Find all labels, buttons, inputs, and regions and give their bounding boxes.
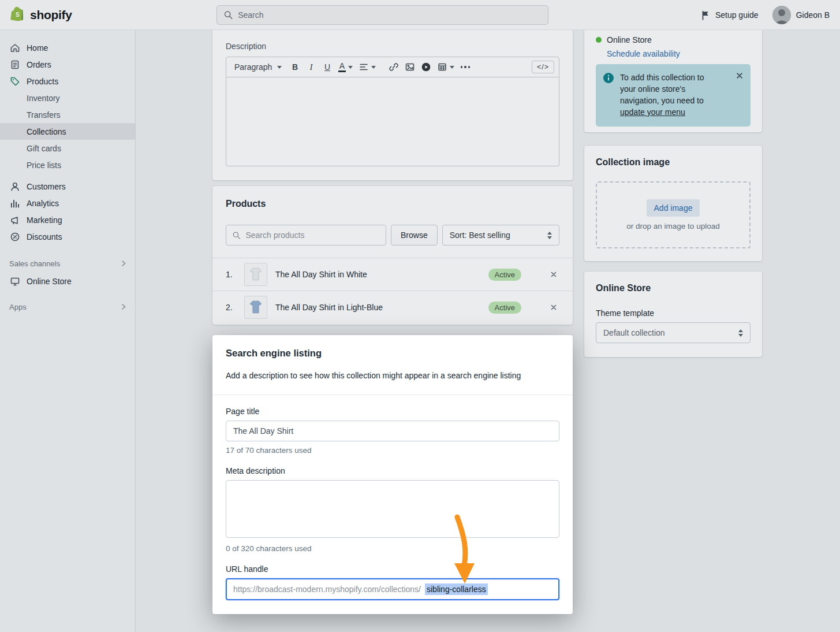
url-handle-input[interactable]: https://broadcast-modern.myshopify.com/c… [226, 578, 559, 600]
more-options-button[interactable] [458, 59, 473, 75]
shopify-wordmark: shopify [30, 8, 72, 22]
sidebar-item-transfers[interactable]: Transfers [0, 106, 135, 123]
sidebar-item-discounts[interactable]: Discounts [0, 228, 135, 245]
insert-video-button[interactable] [419, 59, 434, 75]
product-thumbnail [244, 263, 267, 286]
remove-product-button[interactable] [548, 269, 559, 280]
sidebar-item-customers[interactable]: Customers [0, 178, 135, 195]
status-badge: Active [488, 269, 521, 281]
product-title: The All Day Shirt in Light-Blue [275, 303, 383, 312]
sidebar-label: Products [27, 77, 58, 86]
table-icon [437, 62, 447, 72]
global-search-input[interactable] [238, 10, 542, 20]
text-color-icon: A [338, 62, 346, 72]
chevron-right-icon [120, 260, 127, 267]
shopify-admin-page: S shopify Setup guide [0, 0, 840, 632]
url-selected-text: sibling-collarless [425, 583, 488, 595]
info-icon [603, 72, 614, 84]
page-title-input[interactable] [226, 421, 559, 441]
banner-close-button[interactable] [734, 70, 745, 81]
select-arrows-icon [738, 329, 743, 337]
image-dropzone[interactable]: Add image or drop an image to upload [596, 181, 751, 248]
navigation-info-banner: To add this collection to your online st… [596, 64, 751, 127]
link-button[interactable] [386, 59, 401, 75]
sidebar-sublabel: Price lists [27, 161, 61, 170]
status-badge: Active [488, 302, 521, 314]
sort-select[interactable]: Sort: Best selling [442, 225, 559, 246]
select-arrows-icon [547, 232, 552, 239]
meta-description-label: Meta description [226, 466, 559, 475]
description-card: Description Paragraph B I U A [212, 30, 573, 180]
sales-channels-label: Sales channels [9, 259, 60, 268]
sidebar-item-inventory[interactable]: Inventory [0, 90, 135, 106]
product-row[interactable]: 1. The All Day Shirt in White Active [212, 258, 573, 291]
sidebar-item-analytics[interactable]: Analytics [0, 195, 135, 211]
sidebar-item-online-store[interactable]: Online Store [0, 273, 135, 289]
more-dots-icon [461, 66, 471, 68]
seo-description: Add a description to see how this collec… [226, 370, 559, 381]
browse-button[interactable]: Browse [391, 225, 438, 246]
sidebar-label: Online Store [27, 277, 72, 286]
sidebar-item-home[interactable]: Home [0, 39, 135, 56]
sidebar-item-marketing[interactable]: Marketing [0, 211, 135, 228]
global-search[interactable] [216, 5, 548, 25]
products-card: Products Browse Sort: Best selling 1. [212, 186, 573, 325]
sidebar-item-products[interactable]: Products [0, 73, 135, 90]
sidebar-item-orders[interactable]: Orders [0, 56, 135, 73]
bold-button[interactable]: B [288, 59, 303, 75]
product-row[interactable]: 2. The All Day Shirt in Light-Blue Activ… [212, 291, 573, 324]
remove-product-button[interactable] [548, 302, 559, 313]
add-image-button[interactable]: Add image [647, 199, 700, 217]
product-search-input[interactable] [245, 231, 380, 240]
description-label: Description [226, 42, 559, 51]
apps-heading[interactable]: Apps [0, 300, 135, 314]
search-icon [223, 10, 233, 20]
online-store-title: Online Store [596, 283, 751, 293]
text-color-button[interactable]: A [336, 59, 355, 75]
search-engine-listing-card: Search engine listing Add a description … [212, 335, 573, 614]
sidebar-item-price-lists[interactable]: Price lists [0, 157, 135, 173]
alignment-button[interactable] [356, 59, 378, 75]
analytics-icon [9, 198, 21, 209]
sidebar-sublabel: Inventory [27, 94, 60, 103]
user-menu[interactable]: Gideon B [772, 6, 830, 24]
close-icon [736, 72, 744, 80]
sales-channels-heading[interactable]: Sales channels [0, 256, 135, 270]
shopify-bag-icon: S [10, 6, 26, 24]
code-view-button[interactable]: </> [532, 61, 554, 73]
drop-hint: or drop an image to upload [626, 222, 719, 231]
page-title-counter: 17 of 70 characters used [226, 446, 559, 455]
setup-guide-button[interactable]: Setup guide [700, 10, 759, 21]
shopify-logo[interactable]: S shopify [0, 6, 72, 24]
description-editor-textarea[interactable] [226, 77, 559, 166]
online-store-channel-label: Online Store [607, 35, 652, 44]
chevron-right-icon [120, 303, 127, 310]
sidebar-label: Customers [27, 182, 66, 191]
image-icon [405, 62, 415, 72]
chevron-down-icon [450, 66, 454, 69]
meta-description-textarea[interactable] [226, 480, 559, 538]
discounts-icon [9, 231, 21, 243]
product-search[interactable] [226, 225, 386, 246]
italic-button[interactable]: I [304, 59, 319, 75]
collection-image-card: Collection image Add image or drop an im… [584, 146, 762, 261]
products-title: Products [226, 199, 559, 209]
insert-image-button[interactable] [402, 59, 417, 75]
update-your-menu-link[interactable]: update your menu [620, 106, 714, 118]
sidebar-item-gift-cards[interactable]: Gift cards [0, 140, 135, 157]
products-tag-icon [9, 76, 21, 87]
sidebar-item-collections[interactable]: Collections [0, 123, 135, 140]
product-title: The All Day Shirt in White [275, 270, 367, 279]
underline-button[interactable]: U [320, 59, 335, 75]
paragraph-style-dropdown[interactable]: Paragraph [231, 59, 286, 75]
page-title-label: Page title [226, 407, 559, 416]
sidebar-sublabel: Gift cards [27, 144, 61, 153]
avatar-photo [772, 6, 791, 24]
theme-template-select[interactable]: Default collection [596, 322, 751, 343]
align-left-icon [359, 62, 369, 72]
table-button[interactable] [435, 59, 457, 75]
url-prefix: https://broadcast-modern.myshopify.com/c… [233, 585, 421, 594]
schedule-availability-link[interactable]: Schedule availability [607, 49, 751, 58]
video-icon [421, 62, 431, 72]
online-store-theme-card: Online Store Theme template Default coll… [584, 272, 762, 357]
